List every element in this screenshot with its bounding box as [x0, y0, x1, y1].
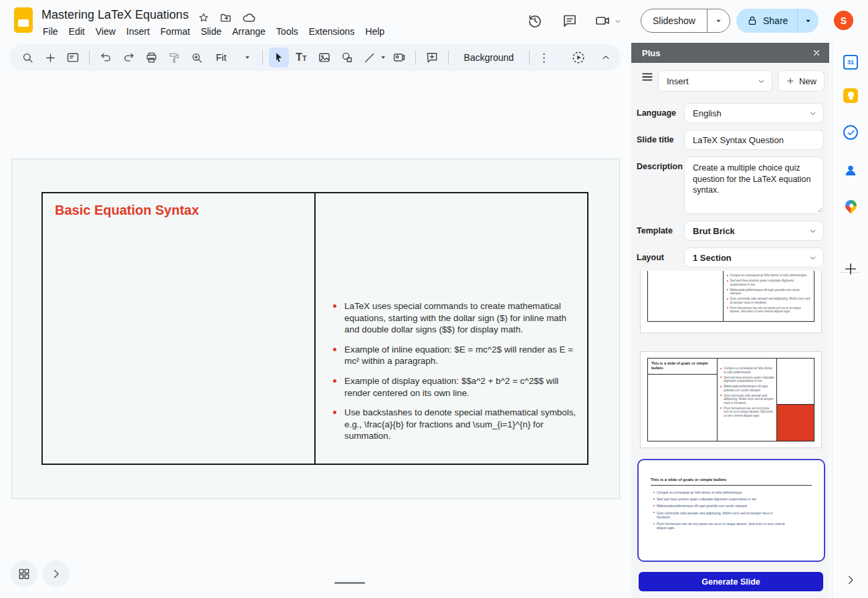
bullet-dot: [333, 304, 336, 308]
comments-icon[interactable]: [562, 13, 578, 29]
toolbar: Fit TT Background ⋮: [9, 44, 621, 71]
layout-value: 1 Section: [685, 253, 808, 263]
grid-view-button[interactable]: [11, 561, 37, 587]
text-box-icon[interactable]: TT: [292, 47, 312, 68]
add-comment-icon[interactable]: [422, 47, 442, 68]
hide-side-panel-icon[interactable]: [842, 571, 859, 589]
slide-bullet[interactable]: Use backslashes to denote special mathem…: [332, 407, 584, 442]
menu-file[interactable]: File: [37, 25, 64, 38]
meet-camera-icon[interactable]: [594, 13, 611, 29]
move-to-folder-icon[interactable]: [219, 11, 232, 24]
calendar-icon[interactable]: 31: [842, 54, 859, 71]
new-button-label: New: [799, 76, 817, 86]
toolbar-separator: [529, 50, 530, 65]
bullet-dot: [333, 348, 336, 351]
get-add-ons-icon[interactable]: [842, 260, 859, 278]
tasks-icon[interactable]: [842, 124, 859, 141]
menu-help[interactable]: Help: [360, 25, 390, 38]
grid-view-icon: [17, 567, 31, 581]
chevron-down-icon: [808, 227, 823, 235]
bullet-dot: [333, 411, 336, 414]
layout-preview-thumbnail-selected[interactable]: This is a slide of goals or simple bulle…: [637, 459, 825, 562]
mode-value: Insert: [659, 76, 757, 86]
new-button[interactable]: New: [778, 70, 825, 92]
document-title[interactable]: Mastering LaTeX Equations: [41, 8, 189, 22]
zoom-select[interactable]: Fit: [209, 52, 256, 63]
menu-format[interactable]: Format: [155, 25, 195, 38]
menu-extensions[interactable]: Extensions: [304, 25, 360, 38]
generate-slide-button[interactable]: Generate Slide: [639, 572, 823, 591]
menu-insert[interactable]: Insert: [121, 25, 155, 38]
undo-icon[interactable]: [96, 47, 116, 68]
menu-tools[interactable]: Tools: [271, 25, 304, 38]
star-icon[interactable]: [198, 12, 209, 23]
mode-select[interactable]: Insert: [658, 70, 772, 92]
search-menus-icon[interactable]: [17, 47, 37, 68]
share-button[interactable]: Share: [736, 9, 819, 33]
layout-select[interactable]: 1 Section: [684, 247, 824, 268]
slide-title-label: Slide title: [637, 135, 674, 144]
camera-caret-icon[interactable]: [614, 17, 622, 25]
line-caret-icon[interactable]: [380, 54, 387, 61]
slide-content-box[interactable]: Basic Equation Syntax LaTeX uses special…: [41, 192, 588, 465]
account-avatar[interactable]: S: [834, 11, 853, 30]
slideshow-caret-icon[interactable]: [707, 9, 730, 32]
insert-image-icon[interactable]: [314, 47, 334, 68]
insert-line-icon[interactable]: [360, 47, 380, 68]
description-label: Description: [637, 162, 683, 171]
slide-left-column[interactable]: Basic Equation Syntax: [43, 193, 316, 464]
slide-bullet[interactable]: Example of display equation: $$a^2 + b^2…: [332, 375, 584, 399]
slide-layout-icon[interactable]: [63, 47, 83, 68]
slide-right-column[interactable]: LaTeX uses special commands to create ma…: [316, 193, 587, 464]
version-history-icon[interactable]: [527, 13, 543, 29]
slide-bullet[interactable]: LaTeX uses special commands to create ma…: [332, 300, 584, 336]
toolbar-separator: [262, 50, 263, 65]
panel-menu-icon[interactable]: [641, 70, 654, 84]
language-select[interactable]: English: [684, 103, 824, 123]
maps-icon[interactable]: [842, 197, 859, 214]
slide-page[interactable]: Basic Equation Syntax LaTeX uses special…: [11, 159, 620, 499]
contacts-icon[interactable]: [842, 162, 859, 179]
cloud-status-icon[interactable]: [242, 11, 256, 25]
horizontal-scrollbar[interactable]: [334, 582, 365, 584]
motion-icon[interactable]: [571, 50, 586, 65]
redo-icon[interactable]: [118, 47, 138, 68]
template-label: Template: [637, 226, 673, 235]
chevron-down-icon: [757, 77, 772, 86]
layout-preview-thumbnail-2[interactable]: This is a slide of goals or simple bulle…: [640, 351, 822, 448]
select-tool-icon[interactable]: [269, 47, 289, 68]
preview-slide-frame: This is a slide of goals or simple bulle…: [647, 358, 815, 441]
layout-label: Layout: [637, 253, 664, 262]
zoom-in-icon[interactable]: [187, 47, 207, 68]
description-textarea[interactable]: Create a multiple choice quiz question f…: [684, 157, 824, 214]
slide-bullet-list[interactable]: LaTeX uses special commands to create ma…: [332, 300, 584, 450]
template-value: Brut Brick: [685, 226, 808, 236]
chevron-down-icon: [808, 254, 823, 262]
close-icon[interactable]: [812, 48, 821, 58]
slide-title-text[interactable]: Basic Equation Syntax: [55, 203, 314, 218]
menu-edit[interactable]: Edit: [64, 25, 90, 38]
hide-menus-icon[interactable]: [601, 52, 611, 63]
paint-format-icon[interactable]: [164, 47, 184, 68]
insert-shape-icon[interactable]: [337, 47, 357, 68]
menu-view[interactable]: View: [90, 25, 121, 38]
preview-title: This is a slide of goals or simple bulle…: [651, 478, 812, 482]
open-filmstrip-button[interactable]: [43, 561, 70, 587]
keep-icon[interactable]: [842, 87, 859, 104]
print-icon[interactable]: [141, 47, 161, 68]
slide-title-input[interactable]: [684, 130, 824, 150]
layout-preview-thumbnail-1[interactable]: Congue eu consequat ac felis donec et od…: [640, 271, 822, 333]
new-slide-icon[interactable]: [40, 47, 60, 68]
share-label: Share: [763, 15, 788, 26]
insert-camera-icon[interactable]: [389, 47, 409, 68]
menu-arrange[interactable]: Arrange: [227, 25, 271, 38]
slide-bullet[interactable]: Example of inline equation: $E = mc^2$ w…: [332, 344, 584, 367]
slideshow-button[interactable]: Slideshow: [641, 9, 730, 33]
menu-slide[interactable]: Slide: [195, 25, 227, 38]
share-caret-icon[interactable]: [797, 9, 819, 33]
slides-logo[interactable]: [14, 7, 33, 33]
template-select[interactable]: Brut Brick: [684, 221, 824, 241]
background-button[interactable]: Background: [455, 52, 524, 63]
side-panel-rail: 31: [832, 43, 868, 598]
more-options-icon[interactable]: ⋮: [536, 51, 552, 65]
